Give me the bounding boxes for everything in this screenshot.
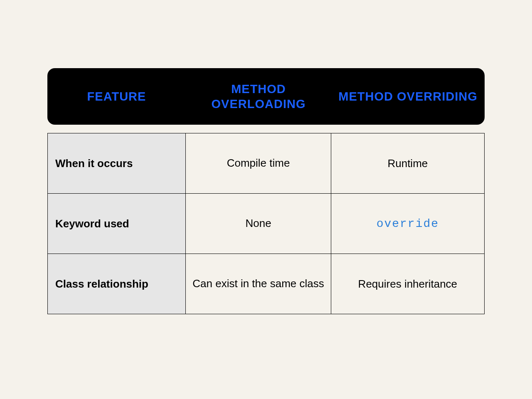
row-label: Keyword used xyxy=(48,194,186,254)
table-row: Class relationship Can exist in the same… xyxy=(48,254,484,314)
cell-overloading: Can exist in the same class xyxy=(186,254,331,314)
cell-overriding: Requires inheritance xyxy=(331,254,484,314)
table-row: When it occurs Compile time Runtime xyxy=(48,133,484,193)
header-feature: FEATURE xyxy=(47,89,186,104)
table-body: When it occurs Compile time Runtime Keyw… xyxy=(47,133,485,314)
comparison-table: FEATURE METHOD OVERLOADING METHOD OVERRI… xyxy=(47,68,485,314)
cell-overriding: Runtime xyxy=(331,133,484,193)
table-row: Keyword used None override xyxy=(48,193,484,254)
cell-overriding: override xyxy=(331,194,484,254)
row-label: Class relationship xyxy=(48,254,186,314)
row-label: When it occurs xyxy=(48,133,186,193)
cell-overloading: Compile time xyxy=(186,133,331,193)
header-overriding: METHOD OVERRIDING xyxy=(331,89,485,104)
cell-overloading: None xyxy=(186,194,331,254)
code-keyword: override xyxy=(377,217,439,230)
table-header: FEATURE METHOD OVERLOADING METHOD OVERRI… xyxy=(47,68,485,125)
header-overloading: METHOD OVERLOADING xyxy=(186,81,331,112)
